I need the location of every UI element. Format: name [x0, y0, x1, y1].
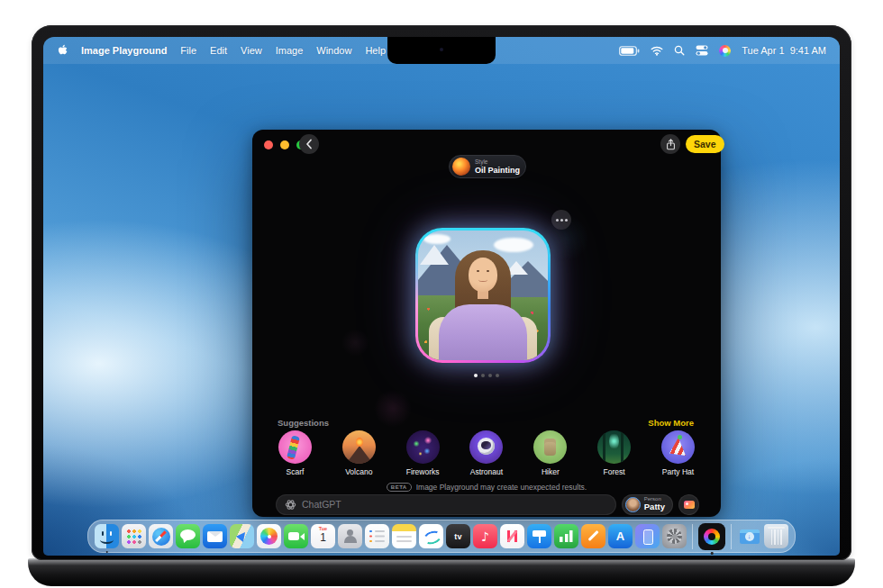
person-avatar	[625, 497, 641, 512]
portrait-face	[469, 258, 497, 292]
chatgpt-icon	[285, 499, 296, 511]
show-more-link[interactable]: Show More	[648, 418, 694, 428]
page-dot[interactable]	[496, 374, 499, 377]
suggestion-label: Astronaut	[470, 467, 503, 476]
style-thumbnail-icon	[452, 158, 470, 176]
beta-notice-row: BETA Image Playground may create unexpec…	[252, 483, 721, 492]
dock-icon-news[interactable]	[500, 524, 524, 548]
dock-icon-pages[interactable]	[581, 524, 605, 548]
minimize-button[interactable]	[280, 140, 289, 149]
mountain-snow-shape	[420, 245, 449, 265]
suggestion-party-hat[interactable]: Party Hat	[649, 430, 706, 476]
dock-separator	[731, 524, 732, 549]
menu-bar-status: Tue Apr 1 9:41 AM	[619, 45, 826, 57]
generated-image-card[interactable]	[415, 228, 551, 363]
style-texts: Style Oil Painting	[475, 158, 520, 175]
menu-help[interactable]: Help	[365, 45, 386, 56]
battery-icon[interactable]	[619, 46, 640, 56]
scarf-thumbnail-icon	[278, 430, 312, 464]
dock-icon-notes[interactable]	[392, 524, 416, 548]
dock-icon-freeform[interactable]	[419, 524, 443, 548]
menu-clock[interactable]: Tue Apr 1 9:41 AM	[742, 45, 826, 56]
suggestion-forest[interactable]: Forest	[586, 430, 643, 476]
suggestion-volcano[interactable]: Volcano	[330, 430, 387, 476]
portrait-eye	[487, 270, 489, 272]
dock-icon-mail[interactable]	[203, 524, 227, 548]
dock-icon-app-store[interactable]	[608, 524, 633, 548]
menu-app-name[interactable]: Image Playground	[81, 45, 167, 56]
control-center-icon[interactable]	[696, 45, 708, 56]
dock-icon-downloads[interactable]	[737, 524, 761, 548]
calendar-day: 1	[320, 532, 326, 544]
dock-icon-trash[interactable]	[764, 524, 788, 548]
page-dot[interactable]	[488, 374, 492, 377]
dock-separator	[692, 524, 693, 549]
menu-bar-left: Image Playground File Edit View Image Wi…	[57, 44, 386, 57]
dock-icon-keynote[interactable]	[527, 524, 551, 548]
dock-icon-reminders[interactable]	[365, 524, 389, 548]
close-button[interactable]	[264, 140, 273, 149]
laptop-base	[28, 558, 855, 586]
person-texts: Person Patty	[644, 496, 665, 511]
suggestions-title: Suggestions	[278, 418, 329, 428]
back-button[interactable]	[299, 134, 319, 154]
dock-icon-music[interactable]	[473, 524, 497, 548]
style-label: Style	[475, 158, 520, 165]
dock-icon-finder[interactable]	[95, 524, 119, 548]
dock-icon-calendar[interactable]: Tue 1	[311, 524, 335, 548]
prompt-input[interactable]	[302, 499, 607, 510]
dock-icon-contacts[interactable]	[338, 524, 362, 548]
suggestions-row: Scarf Volcano Fireworks Astronaut Hiker …	[263, 430, 710, 476]
save-button[interactable]: Save	[686, 135, 724, 153]
photo-library-button[interactable]	[678, 494, 699, 515]
dock-icon-iphone-mirroring[interactable]	[635, 524, 660, 548]
page-dot-active[interactable]	[474, 374, 478, 377]
person-chip[interactable]: Person Patty	[622, 494, 673, 515]
wifi-icon[interactable]	[651, 46, 663, 56]
suggestion-fireworks[interactable]: Fireworks	[394, 430, 451, 476]
dock-icon-facetime[interactable]	[284, 524, 308, 548]
apple-logo-icon[interactable]	[57, 44, 68, 57]
suggestion-astronaut[interactable]: Astronaut	[458, 430, 515, 476]
menu-image[interactable]: Image	[276, 45, 304, 56]
dock-icon-system-settings[interactable]	[662, 524, 687, 548]
camera-dot	[440, 48, 443, 51]
menu-file[interactable]: File	[180, 45, 196, 56]
suggestions-header: Suggestions Show More	[278, 418, 694, 428]
dock-icon-safari[interactable]	[149, 524, 173, 548]
desktop-screen: Image Playground File Edit View Image Wi…	[43, 37, 840, 556]
share-button[interactable]	[660, 134, 680, 154]
dock-icon-launchpad[interactable]	[122, 524, 146, 548]
menu-view[interactable]: View	[241, 45, 262, 56]
dock-icon-numbers[interactable]	[554, 524, 578, 548]
fireworks-thumbnail-icon	[406, 430, 440, 464]
portrait-eye	[477, 270, 479, 272]
suggestion-label: Scarf	[287, 467, 305, 476]
party-hat-thumbnail-icon	[661, 430, 695, 464]
suggestion-label: Volcano	[345, 467, 372, 476]
tv-logo-text: tv	[454, 532, 462, 541]
style-picker-chip[interactable]: Style Oil Painting	[449, 155, 526, 178]
forest-thumbnail-icon	[597, 430, 631, 464]
prompt-bar: Person Patty	[276, 493, 699, 515]
dock-icon-tv[interactable]: tv	[446, 524, 470, 548]
page-dot[interactable]	[481, 374, 485, 377]
suggestion-hiker[interactable]: Hiker	[522, 430, 579, 476]
dock-icon-image-playground[interactable]	[698, 523, 725, 550]
suggestion-scarf[interactable]: Scarf	[266, 430, 323, 476]
suggestion-label: Hiker	[542, 467, 560, 476]
more-options-button[interactable]	[551, 210, 571, 230]
running-indicator	[105, 551, 108, 554]
image-playground-menu-icon[interactable]	[719, 45, 731, 57]
search-icon[interactable]	[674, 45, 685, 56]
dock-icon-photos[interactable]	[257, 524, 281, 548]
hiker-thumbnail-icon	[533, 430, 567, 464]
prompt-input-container[interactable]	[276, 494, 616, 515]
running-indicator	[711, 552, 714, 555]
menu-window[interactable]: Window	[316, 45, 351, 56]
dock-icon-maps[interactable]	[230, 524, 254, 548]
dock-icon-messages[interactable]	[176, 524, 200, 548]
menu-edit[interactable]: Edit	[210, 45, 227, 56]
pagination-dots	[252, 374, 721, 377]
suggestion-label: Forest	[604, 467, 625, 476]
